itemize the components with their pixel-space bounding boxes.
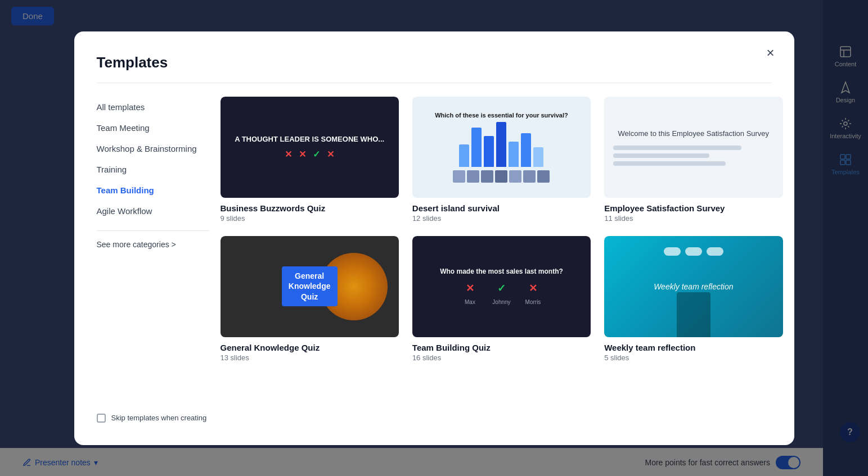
category-agile-workflow[interactable]: Agile Workflow (97, 201, 209, 221)
template-slides-employee: 11 slides (604, 214, 782, 223)
quiz-label-3: Morris (525, 299, 541, 305)
template-name-general: General Knowledge Quiz (221, 343, 399, 352)
template-thumb-employee: Welcome to this Employee Satisfaction Su… (604, 97, 782, 198)
template-grid-wrapper: A THOUGHT LEADER IS SOMEONE WHO... ✕ ✕ ✓… (221, 97, 794, 423)
template-card-weekly[interactable]: Weekly team reflection Weekly team refle… (604, 236, 782, 362)
template-thumb-quiz: Who made the most sales last month? ✕ Ma… (412, 236, 591, 337)
template-name-employee: Employee Satisfaction Survey (604, 203, 782, 213)
template-card-buzzwords[interactable]: A THOUGHT LEADER IS SOMEONE WHO... ✕ ✕ ✓… (221, 97, 399, 223)
modal-divider (97, 83, 772, 83)
categories-panel: All templates Team Meeting Workshop & Br… (97, 97, 221, 423)
mark-x-3: ✕ (327, 149, 334, 160)
quiz-person-3: ✕ Morris (521, 280, 544, 305)
template-name-quiz: Team Building Quiz (412, 343, 591, 352)
desert-bars (459, 122, 543, 167)
template-grid: A THOUGHT LEADER IS SOMEONE WHO... ✕ ✕ ✓… (221, 97, 783, 362)
buzzwords-marks: ✕ ✕ ✓ ✕ (285, 149, 334, 160)
template-slides-general: 13 slides (221, 353, 399, 362)
template-slides-buzzwords: 9 slides (221, 214, 399, 223)
cloud-1 (664, 247, 681, 256)
category-team-meeting[interactable]: Team Meeting (97, 117, 209, 138)
quiz-person-1: ✕ Max (458, 280, 481, 305)
employee-text: Welcome to this Employee Satisfaction Su… (607, 128, 781, 139)
general-overlay: GeneralKnowledgeQuiz (221, 236, 399, 337)
desert-images (453, 170, 550, 183)
skip-checkbox[interactable] (97, 414, 106, 423)
skip-label: Skip templates when creating (111, 414, 207, 422)
template-name-weekly: Weekly team reflection (604, 343, 782, 352)
modal-body: All templates Team Meeting Workshop & Br… (97, 97, 794, 423)
clouds (664, 247, 723, 256)
template-slides-quiz: 16 slides (412, 353, 591, 362)
cloud-2 (685, 247, 702, 256)
categories-wrapper: All templates Team Meeting Workshop & Br… (97, 97, 209, 423)
desert-question: Which of these is essential for your sur… (428, 112, 575, 119)
category-training[interactable]: Training (97, 159, 209, 180)
template-thumb-general: GeneralKnowledgeQuiz (221, 236, 399, 337)
quiz-person-2: ✓ Johnny (490, 280, 512, 305)
quiz-question: Who made the most sales last month? (431, 268, 572, 275)
template-card-general[interactable]: GeneralKnowledgeQuiz General Knowledge Q… (221, 236, 399, 362)
skip-section: Skip templates when creating (97, 414, 209, 423)
template-slides-weekly: 5 slides (604, 353, 782, 362)
template-card-quiz[interactable]: Who made the most sales last month? ✕ Ma… (412, 236, 591, 362)
template-thumb-weekly: Weekly team reflection (604, 236, 782, 337)
template-thumb-desert: Which of these is essential for your sur… (412, 97, 591, 198)
template-name-desert: Desert island survival (412, 203, 591, 213)
template-card-desert[interactable]: Which of these is essential for your sur… (412, 97, 591, 223)
mark-check: ✓ (313, 149, 320, 160)
category-all-templates[interactable]: All templates (97, 97, 209, 117)
see-more-categories[interactable]: See more categories > (97, 240, 209, 249)
template-name-buzzwords: Business Buzzwords Quiz (221, 203, 399, 213)
modal-overlay: × Templates All templates Team Meeting W… (0, 0, 868, 476)
template-card-employee[interactable]: Welcome to this Employee Satisfaction Su… (604, 97, 782, 223)
weekly-person (677, 292, 710, 337)
quiz-bar-row: ✕ Max ✓ Johnny (458, 280, 544, 305)
employee-lines (604, 146, 782, 166)
quiz-label-2: Johnny (492, 299, 510, 305)
template-thumb-buzzwords: A THOUGHT LEADER IS SOMEONE WHO... ✕ ✕ ✓… (221, 97, 399, 198)
mark-x-2: ✕ (299, 149, 306, 160)
category-divider (97, 230, 209, 231)
modal-close-button[interactable]: × (761, 43, 781, 63)
category-team-building[interactable]: Team Building (97, 180, 209, 201)
mark-x-1: ✕ (285, 149, 292, 160)
weekly-text: Weekly team reflection (654, 282, 733, 291)
buzzwords-text: A THOUGHT LEADER IS SOMEONE WHO... (226, 134, 393, 144)
templates-modal: × Templates All templates Team Meeting W… (74, 31, 794, 445)
category-workshop[interactable]: Workshop & Brainstorming (97, 138, 209, 159)
cloud-3 (707, 247, 723, 256)
quiz-label-1: Max (465, 299, 475, 305)
template-slides-desert: 12 slides (412, 214, 591, 223)
general-badge: GeneralKnowledgeQuiz (282, 266, 338, 306)
modal-title: Templates (97, 54, 794, 71)
